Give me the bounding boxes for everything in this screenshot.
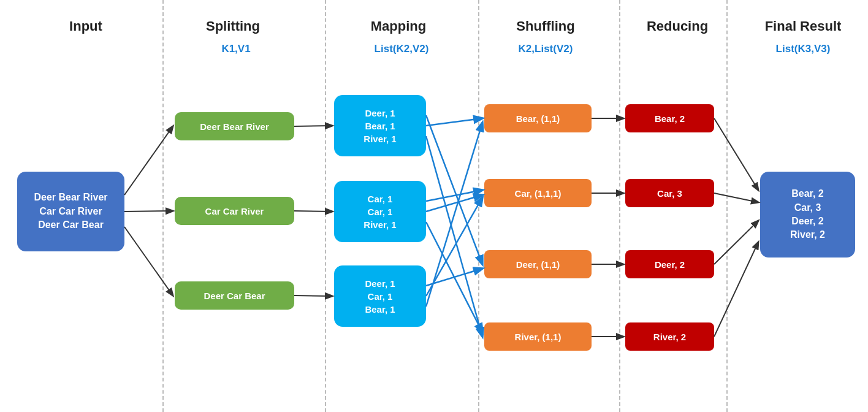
subheader-mapping: List(K2,V2) [340,43,463,55]
svg-line-13 [426,197,482,296]
header-shuffling: Shuffling [484,18,607,34]
reduce-box-3: River, 2 [625,322,714,351]
subheader-final: List(K3,V3) [742,43,864,55]
vline-1 [162,0,164,412]
arrows-svg [0,0,868,412]
header-splitting: Splitting [172,18,294,34]
subheader-splitting: K1,V1 [181,43,291,55]
header-input: Input [37,18,135,34]
svg-line-3 [294,126,332,126]
reduce-box-1: Car, 3 [625,179,714,207]
reduce-box-2: Deer, 2 [625,250,714,278]
svg-line-1 [124,211,173,212]
svg-line-14 [426,123,482,307]
shuffle-box-0: Bear, (1,1) [484,104,592,132]
svg-line-2 [124,227,173,296]
diagram: Input Splitting Mapping Shuffling Reduci… [0,0,868,412]
svg-line-8 [426,136,482,337]
header-mapping: Mapping [337,18,460,34]
svg-line-7 [426,118,482,126]
subheader-shuffling: K2,List(V2) [484,43,607,55]
svg-line-20 [714,193,758,202]
final-box: Bear, 2 Car, 3 Deer, 2 River, 2 [760,172,855,258]
map-box-2: Deer, 1 Car, 1 Bear, 1 [334,265,426,327]
svg-line-10 [426,195,482,212]
svg-line-11 [426,222,482,332]
vline-3 [478,0,479,412]
map-box-1: Car, 1 Car, 1 River, 1 [334,181,426,242]
svg-line-0 [124,126,173,195]
svg-line-19 [714,118,758,190]
svg-line-5 [294,296,332,296]
svg-line-21 [714,221,758,264]
svg-line-12 [426,269,482,286]
svg-line-4 [294,211,332,212]
vline-2 [325,0,326,412]
map-box-0: Deer, 1 Bear, 1 River, 1 [334,95,426,156]
input-box: Deer Bear River Car Car River Deer Car B… [17,172,124,251]
svg-line-9 [426,190,482,201]
reduce-box-0: Bear, 2 [625,104,714,132]
shuffle-box-1: Car, (1,1,1) [484,179,592,207]
svg-line-22 [714,242,758,337]
shuffle-box-2: Deer, (1,1) [484,250,592,278]
split-box-0: Deer Bear River [175,112,294,140]
vline-5 [726,0,728,412]
header-reducing: Reducing [625,18,729,34]
vline-4 [619,0,620,412]
svg-line-6 [426,115,482,264]
shuffle-box-3: River, (1,1) [484,322,592,351]
split-box-2: Deer Car Bear [175,281,294,310]
header-final: Final Result [742,18,864,34]
split-box-1: Car Car River [175,197,294,225]
